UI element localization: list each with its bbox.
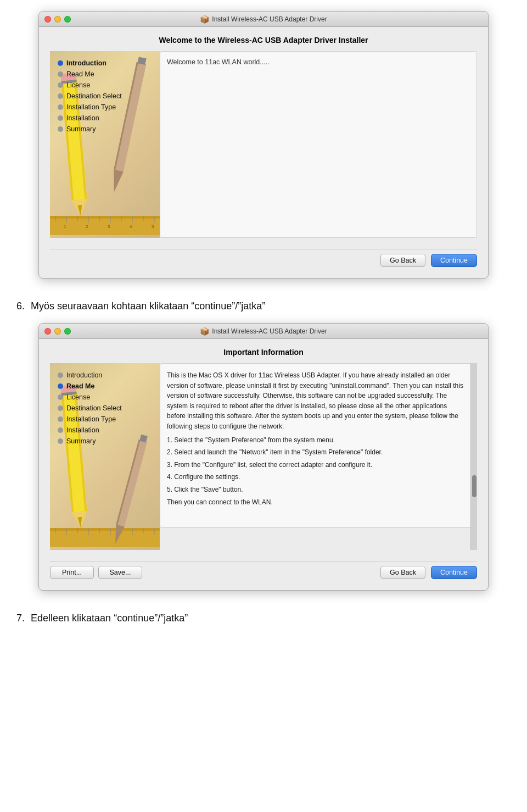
minimize-button[interactable]: [54, 16, 61, 23]
dot-insttype: [58, 104, 63, 110]
sidebar-item-readme[interactable]: Read Me: [55, 69, 154, 80]
maximize-button-2[interactable]: [64, 328, 71, 335]
info-main-para: This is the Mac OS X driver for 11ac Wir…: [167, 370, 466, 432]
sidebar-item-destination[interactable]: Destination Select: [55, 91, 154, 102]
sidebar-items-1: Introduction Read Me License Destination…: [50, 51, 160, 141]
go-back-button-1[interactable]: Go Back: [380, 254, 425, 267]
footer-2: Print... Save... Go Back Continue: [50, 561, 477, 581]
window-title-2: 📦 Install Wireless-AC USB Adapter Driver: [200, 327, 327, 336]
close-button-2[interactable]: [44, 328, 51, 335]
sidebar-item-introduction[interactable]: Introduction: [55, 58, 154, 69]
step-7-text: Edelleen klikataan “continue”/”jatka”: [31, 613, 188, 624]
footer-right-buttons: Go Back Continue: [380, 566, 477, 579]
welcome-text: Welcome to 11ac WLAN world.....: [167, 58, 470, 66]
maximize-button[interactable]: [64, 16, 71, 23]
sidebar-item-license[interactable]: License: [55, 80, 154, 91]
installer-window-1: 📦 Install Wireless-AC USB Adapter Driver…: [38, 11, 489, 279]
dot2-insttype: [58, 416, 63, 422]
sidebar-item-2-destination[interactable]: Destination Select: [55, 403, 154, 414]
step-6-number: 6.: [16, 301, 25, 312]
continue-button-1[interactable]: Continue: [431, 254, 477, 267]
dot2-summary: [58, 438, 63, 444]
continue-button-2[interactable]: Continue: [431, 566, 477, 579]
save-button[interactable]: Save...: [98, 566, 142, 579]
go-back-button-2[interactable]: Go Back: [380, 566, 425, 579]
titlebar-2: 📦 Install Wireless-AC USB Adapter Driver: [39, 324, 488, 339]
dot-installation: [58, 115, 63, 121]
content-area-1: Introduction Read Me License Destination…: [50, 51, 477, 238]
window-title-1: 📦 Install Wireless-AC USB Adapter Driver: [200, 15, 327, 24]
sidebar-item-summary[interactable]: Summary: [55, 124, 154, 135]
info-step-1: 1. Select the "System Preference" from t…: [167, 435, 466, 446]
close-button[interactable]: [44, 16, 51, 23]
main-panel-2: This is the Mac OS X driver for 11ac Wir…: [160, 363, 477, 528]
sidebar-item-2-insttype[interactable]: Installation Type: [55, 414, 154, 425]
dot-summary: [58, 126, 63, 132]
instruction-7: 7. Edelleen klikataan “continue”/”jatka”: [16, 613, 511, 624]
dot2-readme: [58, 383, 63, 389]
dot-destination: [58, 93, 63, 99]
footer-1: Go Back Continue: [50, 249, 477, 269]
step-6-text: Myös seuraavaan kohtaan klikataan “conti…: [31, 301, 265, 312]
info-step-2: 2. Select and launch the "Network" item …: [167, 447, 466, 458]
window-body-1: Welcome to the Wireless-AC USB Adapter D…: [39, 27, 488, 278]
dot-introduction: [58, 60, 63, 66]
window-body-2: Important Information Introduction Read …: [39, 339, 488, 590]
main-panel-wrapper-2: This is the Mac OS X driver for 11ac Wir…: [160, 363, 477, 550]
info-step-4: 4. Configure the settings.: [167, 472, 466, 482]
window-header-1: Welcome to the Wireless-AC USB Adapter D…: [50, 36, 477, 45]
dot-license: [58, 82, 63, 88]
minimize-button-2[interactable]: [54, 328, 61, 335]
info-conclusion: Then you can connect to the WLAN.: [167, 497, 466, 508]
sidebar-item-2-license[interactable]: License: [55, 392, 154, 403]
sidebar-items-2: Introduction Read Me License Destination…: [50, 363, 160, 453]
dot2-license: [58, 394, 63, 400]
sidebar-1: Introduction Read Me License Destination…: [50, 51, 160, 238]
main-panel-1: Welcome to 11ac WLAN world.....: [160, 51, 477, 238]
dot2-installation: [58, 427, 63, 433]
sidebar-item-2-summary[interactable]: Summary: [55, 436, 154, 447]
installer-window-2: 📦 Install Wireless-AC USB Adapter Driver…: [38, 323, 489, 591]
info-text: This is the Mac OS X driver for 11ac Wir…: [167, 370, 466, 507]
footer-left-buttons: Print... Save...: [50, 566, 142, 579]
sidebar-item-installation[interactable]: Installation: [55, 113, 154, 124]
window-header-2: Important Information: [50, 348, 477, 357]
info-step-3: 3. From the "Configure" list, select the…: [167, 460, 466, 470]
scrollbar-thumb[interactable]: [472, 475, 476, 497]
dot2-destination: [58, 405, 63, 411]
sidebar-item-2-introduction[interactable]: Introduction: [55, 370, 154, 381]
dot2-introduction: [58, 372, 63, 378]
step-7-number: 7.: [16, 613, 25, 624]
sidebar-item-insttype[interactable]: Installation Type: [55, 102, 154, 113]
titlebar-1: 📦 Install Wireless-AC USB Adapter Driver: [39, 12, 488, 27]
instruction-6: 6. Myös seuraavaan kohtaan klikataan “co…: [16, 301, 511, 312]
sidebar-2: Introduction Read Me License Destination…: [50, 363, 160, 550]
sidebar-item-2-readme[interactable]: Read Me: [55, 381, 154, 392]
content-area-2: Introduction Read Me License Destination…: [50, 363, 477, 550]
dot-readme: [58, 71, 63, 77]
print-button[interactable]: Print...: [50, 566, 94, 579]
info-step-5: 5. Click the "Save" button.: [167, 485, 466, 495]
scrollbar[interactable]: [470, 363, 477, 550]
sidebar-item-2-installation[interactable]: Installation: [55, 425, 154, 436]
